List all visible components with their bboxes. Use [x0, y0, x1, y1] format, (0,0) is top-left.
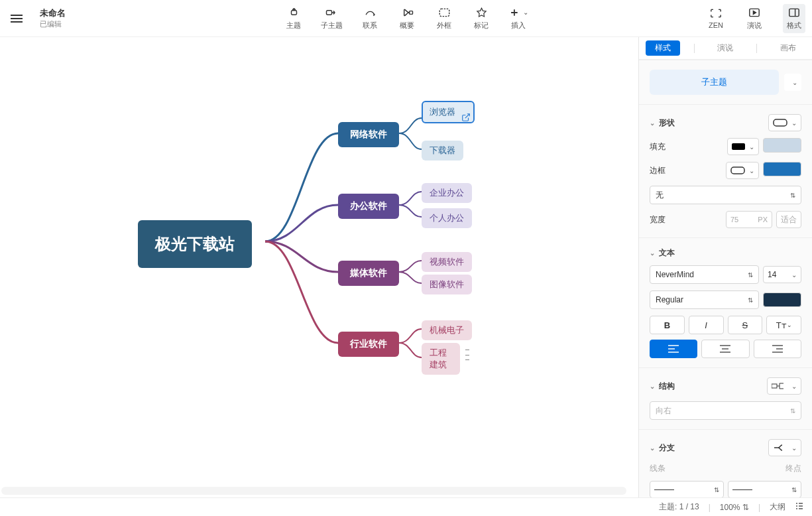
chevron-down-icon: ⌄	[650, 444, 655, 452]
mindmap-leaf-personal[interactable]: 个人办公	[422, 208, 472, 228]
mindmap-canvas[interactable]: 极光下载站 网络软件 办公软件 媒体软件 行业软件 浏览器 下载器 企业办公 个…	[0, 37, 638, 497]
status-bar: 主题: 1 / 13 | 100% ⇅ | 大纲	[0, 497, 812, 516]
section-text[interactable]: ⌄文本	[650, 247, 675, 259]
text-transform-button[interactable]: Tᴛ ⌄	[766, 316, 801, 334]
mindmap-leaf-downloader[interactable]: 下载器	[422, 141, 463, 161]
topic-type-selector[interactable]: 子主题	[650, 70, 779, 95]
document-title-block: 未命名 已编辑	[40, 7, 80, 29]
svg-rect-8	[731, 167, 744, 174]
svg-rect-5	[789, 9, 799, 16]
section-branch[interactable]: ⌄分支	[650, 442, 675, 454]
marker-icon	[475, 7, 488, 19]
font-family-selector[interactable]: NeverMind⇅	[650, 265, 759, 284]
toolbar-relation-button[interactable]: 联系	[360, 7, 380, 31]
strikethrough-button[interactable]: S	[728, 316, 763, 334]
panel-tabs: 样式 演说 画布	[639, 37, 812, 60]
toolbar: 未命名 已编辑 主题子主题联系概要外框标记⌄插入 ZEN演说格式	[0, 0, 812, 37]
branch-line-selector[interactable]: ⇅	[650, 481, 724, 497]
svg-rect-9	[772, 384, 777, 388]
toolbar-insert-button[interactable]: ⌄插入	[508, 7, 528, 31]
branch-end-selector[interactable]: ⇅	[728, 481, 802, 497]
toolbar-boundary-button[interactable]: 外框	[434, 7, 454, 31]
chevron-down-icon: ⌄	[650, 383, 655, 390]
bold-button[interactable]: B	[650, 316, 685, 334]
horizontal-scrollbar[interactable]	[1, 487, 626, 496]
tab-present[interactable]: 演说	[708, 40, 742, 56]
width-input[interactable]: 75PX	[726, 211, 772, 228]
toolbar-zen-button[interactable]: ZEN	[706, 7, 726, 29]
topic-type-dropdown[interactable]: ⌄	[784, 74, 801, 91]
mindmap-leaf-mechanical[interactable]: 机械电子	[422, 320, 472, 340]
outline-toggle[interactable]: 大纲	[770, 501, 785, 513]
svg-line-6	[465, 114, 469, 118]
mindmap-branch-media[interactable]: 媒体软件	[338, 261, 399, 286]
chevron-down-icon: ⌄	[650, 249, 655, 257]
toolbar-marker-button[interactable]: 标记	[471, 7, 491, 31]
document-title: 未命名	[40, 7, 80, 19]
structure-direction[interactable]: 向右⇅	[650, 401, 801, 420]
border-style-selector[interactable]: ⌄	[726, 162, 759, 179]
fit-button[interactable]: 适合	[776, 211, 801, 228]
align-right-button[interactable]	[754, 340, 801, 358]
summary-icon	[400, 7, 414, 19]
topic-icon	[287, 7, 300, 19]
section-structure[interactable]: ⌄结构	[650, 381, 675, 392]
menu-icon[interactable]	[11, 10, 28, 27]
mindmap-root[interactable]: 极光下载站	[138, 220, 252, 268]
border-color-swatch[interactable]	[763, 162, 801, 176]
border-width-none[interactable]: 无⇅	[650, 186, 801, 204]
width-label: 宽度	[650, 214, 666, 226]
structure-type-selector[interactable]: ⌄	[767, 377, 801, 395]
fill-label: 填充	[650, 141, 666, 153]
align-left-button[interactable]	[650, 340, 697, 358]
text-color-swatch[interactable]	[763, 292, 801, 307]
shape-selector[interactable]: ⌄	[768, 114, 801, 131]
fill-color-swatch[interactable]	[763, 138, 801, 153]
svg-rect-7	[774, 119, 787, 126]
zen-icon	[709, 7, 723, 19]
branch-style-selector[interactable]: ⌄	[768, 439, 801, 456]
format-panel: 样式 演说 画布 子主题 ⌄ ⌄形状 ⌄ 填充 ⌄	[638, 37, 812, 497]
mindmap-leaf-video[interactable]: 视频软件	[422, 252, 472, 272]
italic-button[interactable]: I	[689, 316, 724, 334]
font-weight-selector[interactable]: Regular⇅	[650, 290, 759, 309]
mindmap-branch-network[interactable]: 网络软件	[338, 122, 399, 147]
present-icon	[748, 7, 761, 19]
font-size-selector[interactable]: 14⌄	[763, 266, 801, 283]
svg-rect-0	[291, 10, 296, 14]
mindmap-branch-industry[interactable]: 行业软件	[338, 332, 399, 357]
mindmap-leaf-construction[interactable]: 工程建筑	[422, 343, 460, 375]
mindmap-leaf-enterprise[interactable]: 企业办公	[422, 183, 472, 203]
topic-count-label: 主题: 1 / 13	[659, 501, 699, 513]
mindmap-connectors	[0, 37, 636, 497]
svg-rect-2	[409, 11, 412, 14]
align-center-button[interactable]	[701, 340, 749, 358]
outline-icon[interactable]	[795, 501, 804, 513]
svg-rect-3	[439, 9, 449, 16]
mindmap-branch-office[interactable]: 办公软件	[338, 194, 399, 219]
tab-canvas[interactable]: 画布	[771, 40, 805, 56]
toolbar-present-button[interactable]: 演说	[744, 7, 764, 31]
notes-icon	[465, 350, 471, 360]
boundary-icon	[437, 7, 451, 19]
insert-icon: ⌄	[508, 7, 528, 19]
mindmap-leaf-image[interactable]: 图像软件	[422, 275, 472, 294]
branch-end-label: 终点	[785, 463, 801, 474]
relation-icon	[363, 7, 377, 19]
svg-rect-1	[327, 10, 332, 14]
border-label: 边框	[650, 165, 666, 176]
subtopic-icon	[325, 7, 339, 19]
toolbar-summary-button[interactable]: 概要	[397, 7, 417, 31]
format-icon	[787, 7, 801, 19]
branch-line-label: 线条	[650, 463, 666, 474]
toolbar-topic-button[interactable]: 主题	[284, 7, 304, 31]
tab-style[interactable]: 样式	[646, 40, 680, 56]
toolbar-subtopic-button[interactable]: 子主题	[321, 7, 343, 31]
toolbar-format-button[interactable]: 格式	[783, 4, 805, 33]
fill-style-selector[interactable]: ⌄	[727, 138, 759, 155]
document-status: 已编辑	[40, 19, 80, 29]
section-shape[interactable]: ⌄形状	[650, 117, 675, 129]
zoom-level[interactable]: 100% ⇅	[720, 503, 749, 512]
chevron-down-icon: ⌄	[650, 119, 655, 127]
